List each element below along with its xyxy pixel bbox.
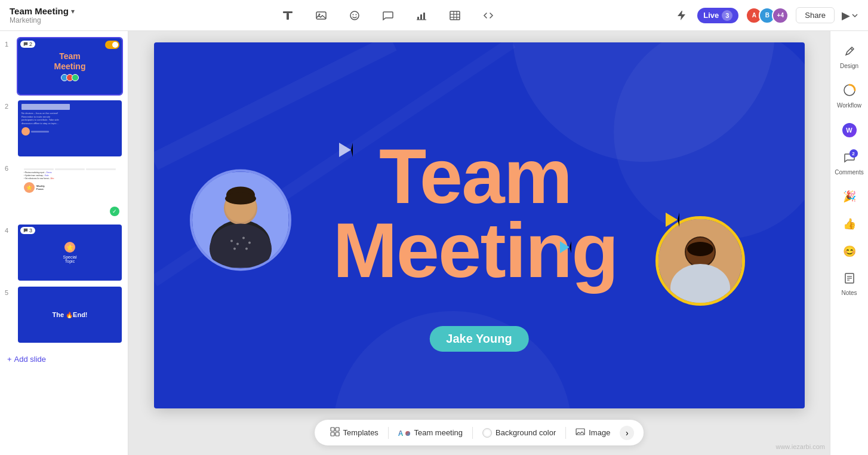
comment-tool-icon[interactable] (378, 6, 398, 25)
code-tool-icon[interactable] (479, 6, 498, 25)
bottom-toolbar: Templates A Team meeting Background colo… (315, 420, 644, 445)
table-tool-icon[interactable] (445, 6, 464, 25)
slide-main-title: Team Meeting (333, 140, 618, 287)
comments-label: Comments (835, 169, 863, 176)
slide1-toggle[interactable] (105, 41, 119, 49)
svg-point-30 (245, 248, 248, 250)
svg-rect-7 (417, 17, 419, 20)
live-count: 3 (722, 10, 732, 21)
svg-rect-40 (331, 428, 334, 431)
slide-number-2: 2 (5, 99, 13, 110)
svg-rect-1 (287, 13, 289, 20)
image-tool-icon[interactable] (312, 6, 331, 25)
main-slide[interactable]: Team Meeting (154, 42, 805, 408)
thumbsup-icon: 👍 (843, 217, 856, 230)
svg-point-25 (230, 240, 233, 242)
comments-badge: 2 (849, 149, 858, 158)
play-chevron-icon (851, 12, 858, 19)
slide-thumb-5[interactable]: The 🔥End! (17, 285, 123, 344)
theme-button[interactable]: A Team meeting (392, 426, 469, 440)
doc-title: Team Meeting (10, 6, 69, 16)
party-icon: 🎉 (843, 190, 856, 203)
slide-number-4: 4 (5, 223, 13, 234)
canvas-area: Team Meeting (128, 31, 830, 455)
svg-point-26 (236, 243, 239, 245)
live-label: Live (703, 11, 719, 20)
slide-thumb-2[interactable]: No devices – focus on the content!Rememb… (17, 99, 123, 158)
avatar-overflow: +4 (772, 7, 789, 24)
svg-rect-43 (335, 432, 339, 436)
image-button[interactable]: Image (570, 425, 616, 441)
lightning-icon[interactable] (671, 6, 690, 25)
sidebar-item-design[interactable]: Design (830, 41, 868, 74)
design-label: Design (840, 63, 858, 69)
sidebar-item-workflow[interactable]: Workflow (830, 79, 868, 113)
svg-rect-0 (283, 11, 293, 13)
notes-icon (844, 272, 855, 287)
more-icon: › (626, 428, 629, 438)
slide1-title-thumb: TeamMeeting (54, 51, 86, 72)
slide1-comment-badge: 2 (20, 41, 35, 48)
svg-rect-42 (331, 432, 334, 436)
add-slide-label: Add slide (14, 355, 46, 364)
slide-thumb-1[interactable]: TeamMeeting 2 (17, 37, 123, 96)
play-button[interactable]: ▶ (842, 9, 858, 22)
slide-title-text: Team Meeting (333, 140, 618, 287)
slide-item-2[interactable]: 2 No devices – focus on the content!Reme… (5, 99, 123, 158)
svg-rect-41 (335, 428, 339, 431)
svg-point-28 (248, 242, 251, 244)
add-slide-button[interactable]: + Add slide (5, 350, 123, 368)
slide-item-1[interactable]: 1 TeamMeeting 2 (5, 37, 123, 96)
templates-button[interactable]: Templates (324, 425, 384, 441)
emoji-tool-icon[interactable] (345, 6, 364, 25)
more-button[interactable]: › (620, 426, 634, 440)
svg-point-4 (350, 11, 359, 20)
toolbar-divider-2 (472, 427, 473, 439)
toolbar-divider-3 (565, 427, 566, 439)
sidebar-item-notes[interactable]: Notes (830, 268, 868, 301)
collaborator-avatars: A B +4 (746, 7, 789, 24)
doc-subtitle: Marketing (10, 16, 105, 24)
slide-item-5[interactable]: 5 The 🔥End! (5, 285, 123, 344)
right-avatar-circle (655, 216, 745, 306)
notes-label: Notes (841, 290, 857, 296)
left-person-avatar (190, 170, 291, 271)
top-bar: Team Meeting ▾ Marketing (0, 0, 868, 31)
slide2-text-thumb: No devices – focus on the content!Rememb… (21, 112, 118, 125)
svg-point-38 (687, 242, 713, 256)
slide-number-6: 6 (5, 161, 13, 172)
sidebar-item-thumbsup[interactable]: 👍 (830, 213, 868, 235)
background-color-button[interactable]: Background color (476, 426, 562, 440)
chart-tool-icon[interactable] (412, 6, 431, 25)
sidebar-item-comments[interactable]: 2 Comments (830, 147, 868, 180)
sidebar-item-reactions[interactable]: 🎉 (830, 185, 868, 208)
live-badge[interactable]: Live 3 (697, 8, 738, 23)
share-button[interactable]: Share (796, 7, 835, 23)
main-layout: 1 TeamMeeting 2 (0, 31, 868, 455)
slide-thumb-4[interactable]: ⭐ SpecialTopic 3 (17, 223, 123, 282)
slide-item-4[interactable]: 4 ⭐ SpecialTopic 3 (5, 223, 123, 282)
document-info: Team Meeting ▾ Marketing (10, 6, 105, 24)
templates-icon (330, 427, 340, 438)
play-arrow-3 (666, 213, 679, 227)
workflow-icon (843, 84, 856, 100)
title-chevron-icon[interactable]: ▾ (71, 7, 75, 16)
presenter-name-badge: Jake Young (429, 326, 528, 352)
slide-item-6[interactable]: 6 • Review marketing report – Emma (5, 161, 123, 220)
image-icon (575, 427, 585, 438)
play-arrow-2 (560, 241, 571, 253)
svg-point-6 (356, 14, 357, 15)
text-tool-icon[interactable] (278, 6, 297, 25)
bg-color-label: Background color (495, 428, 556, 437)
left-avatar-circle (190, 170, 291, 271)
slide-number-5: 5 (5, 285, 13, 296)
templates-label: Templates (343, 428, 378, 437)
slide-thumb-6[interactable]: • Review marketing report – Emma • Updat… (17, 161, 123, 220)
sidebar-item-smile[interactable]: 😊 (830, 240, 868, 263)
svg-rect-9 (423, 13, 425, 20)
play-icon: ▶ (842, 9, 850, 22)
sidebar-item-workflow-avatar[interactable]: W (830, 118, 868, 142)
slide4-icon-thumb: ⭐ (64, 242, 75, 253)
svg-point-27 (242, 237, 245, 239)
slide6-check-badge: ✓ (110, 207, 119, 216)
